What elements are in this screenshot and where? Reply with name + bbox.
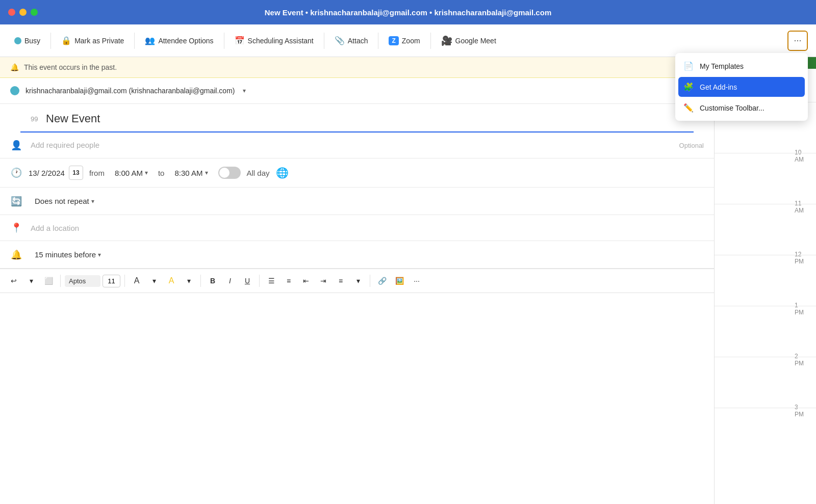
alignment-dropdown[interactable]: ▾	[350, 273, 366, 288]
zoom-label: Zoom	[402, 37, 420, 45]
separator-3	[224, 33, 224, 49]
all-day-label: All day	[247, 169, 270, 177]
people-field[interactable]: Add required people	[31, 141, 671, 150]
past-event-banner: 🔔 This event occurs in the past.	[0, 57, 714, 78]
from-time-selector[interactable]: 8:00 AM ▾	[111, 167, 152, 179]
reminder-selector[interactable]: 15 minutes before ▾	[31, 248, 105, 261]
people-row: 👤 Add required people Optional	[0, 132, 714, 158]
busy-dot-icon	[14, 37, 21, 44]
busy-button[interactable]: Busy	[8, 34, 46, 48]
font-size-value: 11	[108, 277, 115, 285]
title-row: 99	[20, 106, 694, 132]
optional-label: Optional	[679, 142, 704, 149]
calendar-picker-icon[interactable]: 13	[69, 166, 83, 180]
hour-line-3	[715, 408, 816, 408]
time-label-1pm: 1 PM	[795, 302, 804, 316]
repeat-icon: 🔄	[10, 196, 22, 207]
account-chevron-icon: ▾	[243, 87, 246, 94]
account-row[interactable]: krishnacharanbalaji@gmail.com (krishnach…	[0, 78, 714, 104]
editor-more-button[interactable]: ···	[409, 273, 424, 288]
lock-icon: 🔒	[61, 36, 71, 45]
scheduling-assistant-label: Scheduling Assistant	[248, 37, 314, 45]
location-row: 📍 Add a location	[0, 215, 714, 241]
get-addins-item[interactable]: 🧩 Get Add-ins	[678, 77, 805, 97]
repeat-chevron-icon: ▾	[91, 198, 94, 205]
separator-2	[134, 33, 135, 49]
separator-6	[430, 33, 431, 49]
underline-button[interactable]: U	[240, 273, 255, 288]
to-time-selector[interactable]: 8:30 AM ▾	[170, 167, 212, 179]
separator-5	[378, 33, 378, 49]
past-event-text: This event occurs in the past.	[24, 63, 117, 71]
repeat-row: 🔄 Does not repeat ▾	[0, 188, 714, 215]
datetime-row: 🕐 13/ 2/2024 13 from 8:00 AM ▾ to 8:30 A…	[0, 158, 714, 188]
maximize-button[interactable]	[31, 9, 38, 16]
text-color-dropdown[interactable]: ▾	[146, 273, 162, 288]
timezone-icon[interactable]: 🌐	[276, 167, 289, 179]
editor-sep-2	[124, 275, 125, 287]
event-title-input[interactable]	[46, 112, 683, 125]
time-label-10am: 10 AM	[795, 149, 804, 163]
undo-button[interactable]: ↩	[6, 273, 21, 288]
more-options-icon: ···	[794, 35, 801, 46]
all-day-toggle[interactable]	[218, 167, 241, 179]
time-label-2pm: 2 PM	[795, 353, 804, 367]
location-placeholder[interactable]: Add a location	[31, 224, 79, 232]
customise-toolbar-item[interactable]: ✏️ Customise Toolbar...	[675, 98, 808, 118]
get-addins-label: Get Add-ins	[700, 83, 737, 91]
time-label-12pm: 12 PM	[795, 251, 804, 265]
date-display: 13/ 2/2024 13	[29, 166, 83, 180]
title-num: 99	[31, 115, 46, 123]
mark-private-label: Mark as Private	[74, 37, 124, 45]
addins-icon: 🧩	[683, 82, 694, 92]
paste-button[interactable]: ⬜	[41, 273, 56, 288]
zoom-button[interactable]: Z Zoom	[382, 33, 426, 48]
account-text: krishnacharanbalaji@gmail.com (krishnach…	[26, 87, 235, 95]
window-title: New Event • krishnacharanbalaji@gmail.co…	[265, 8, 551, 17]
hour-line-11	[715, 204, 816, 204]
bell-reminder-icon: 🔔	[10, 249, 22, 260]
minimize-button[interactable]	[19, 9, 27, 16]
highlight-color-button[interactable]: A	[164, 273, 179, 288]
attach-button[interactable]: 📎 Attach	[328, 33, 374, 48]
image-button[interactable]: 🖼️	[392, 273, 407, 288]
font-size-input[interactable]: 11	[103, 275, 120, 287]
italic-button[interactable]: I	[222, 273, 238, 288]
decrease-indent-button[interactable]: ⇤	[298, 273, 314, 288]
increase-indent-button[interactable]: ⇥	[316, 273, 331, 288]
bullet-list-button[interactable]: ☰	[264, 273, 279, 288]
hour-line-12	[715, 255, 816, 255]
attach-label: Attach	[348, 37, 368, 45]
editor-sep-1	[60, 275, 61, 287]
to-time-value: 8:30 AM	[174, 169, 202, 177]
separator-1	[50, 33, 51, 49]
close-button[interactable]	[8, 9, 15, 16]
alignment-button[interactable]: ≡	[333, 273, 348, 288]
bold-button[interactable]: B	[205, 273, 220, 288]
editor-body[interactable]	[0, 293, 714, 504]
numbered-list-button[interactable]: ≡	[281, 273, 296, 288]
separator-4	[324, 33, 324, 49]
busy-label: Busy	[24, 37, 40, 45]
customise-icon: ✏️	[683, 103, 694, 113]
title-row-container: 99	[0, 106, 714, 132]
google-meet-button[interactable]: 🎥 Google Meet	[435, 32, 502, 49]
date-text: 13/ 2/2024	[29, 169, 65, 177]
highlight-color-dropdown[interactable]: ▾	[181, 273, 196, 288]
font-value: Aptos	[69, 277, 86, 285]
scheduling-assistant-button[interactable]: 📅 Scheduling Assistant	[228, 33, 320, 48]
reminder-row: 🔔 15 minutes before ▾	[0, 241, 714, 269]
more-options-button[interactable]: ···	[787, 31, 808, 51]
reminder-chevron-icon: ▾	[98, 251, 101, 258]
font-selector[interactable]: Aptos	[65, 275, 100, 287]
repeat-selector[interactable]: Does not repeat ▾	[31, 195, 98, 207]
attendee-options-button[interactable]: 👥 Attendee Options	[139, 33, 219, 48]
undo-dropdown-button[interactable]: ▾	[23, 273, 39, 288]
from-time-chevron-icon: ▾	[145, 169, 148, 176]
account-dot-icon	[10, 86, 19, 95]
my-templates-item[interactable]: 📄 My Templates	[675, 56, 808, 76]
title-bar: New Event • krishnacharanbalaji@gmail.co…	[0, 0, 816, 24]
link-button[interactable]: 🔗	[374, 273, 390, 288]
mark-private-button[interactable]: 🔒 Mark as Private	[55, 33, 130, 48]
text-color-button[interactable]: A	[129, 273, 144, 288]
